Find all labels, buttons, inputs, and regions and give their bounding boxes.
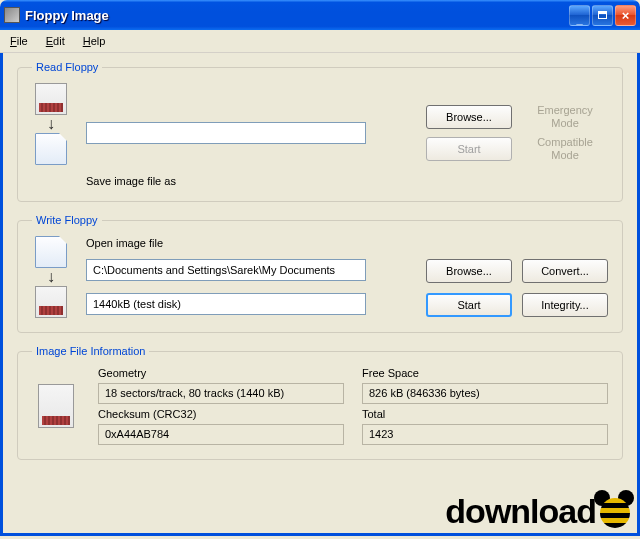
window-controls: _ × (569, 5, 636, 26)
write-floppy-group: Write Floppy ↓ Open image file C:\Docume… (17, 214, 623, 333)
menu-edit[interactable]: Edit (42, 34, 69, 48)
checksum-label: Checksum (CRC32) (98, 408, 344, 420)
menu-file[interactable]: File (6, 34, 32, 48)
save-image-label: Save image file as (86, 175, 608, 187)
document-floppy-icon (38, 384, 74, 428)
checksum-value: 0xA44AB784 (98, 424, 344, 445)
compatible-mode-label: Compatible Mode (522, 136, 608, 162)
write-browse-button[interactable]: Browse... (426, 259, 512, 283)
write-icon-column: ↓ (32, 236, 70, 318)
total-value: 1423 (362, 424, 608, 445)
minimize-button[interactable]: _ (569, 5, 590, 26)
image-info-group: Image File Information Geometry Free Spa… (17, 345, 623, 460)
titlebar: Floppy Image _ × (0, 0, 640, 30)
app-icon (4, 7, 20, 23)
geometry-value: 18 sectors/track, 80 tracks (1440 kB) (98, 383, 344, 404)
open-image-label: Open image file (86, 237, 608, 249)
read-floppy-group: Read Floppy ↓ Save image file as Browse.… (17, 61, 623, 202)
client-area: Read Floppy ↓ Save image file as Browse.… (0, 53, 640, 536)
read-start-button: Start (426, 137, 512, 161)
integrity-button[interactable]: Integrity... (522, 293, 608, 317)
file-icon (35, 133, 67, 165)
free-space-value: 826 kB (846336 bytes) (362, 383, 608, 404)
read-browse-button[interactable]: Browse... (426, 105, 512, 129)
total-label: Total (362, 408, 608, 420)
convert-button[interactable]: Convert... (522, 259, 608, 283)
menu-help[interactable]: Help (79, 34, 110, 48)
free-space-label: Free Space (362, 367, 608, 379)
write-start-button[interactable]: Start (426, 293, 512, 317)
arrow-down-icon: ↓ (47, 117, 55, 131)
arrow-down-icon: ↓ (47, 270, 55, 284)
info-icon-cell (32, 367, 80, 445)
read-icon-column: ↓ (32, 83, 70, 165)
emergency-mode-label: Emergency Mode (522, 104, 608, 130)
menubar: File Edit Help (0, 30, 640, 53)
file-icon (35, 236, 67, 268)
write-floppy-legend: Write Floppy (32, 214, 102, 226)
maximize-button[interactable] (592, 5, 613, 26)
geometry-label: Geometry (98, 367, 344, 379)
floppy-icon (35, 83, 67, 115)
save-image-input[interactable] (86, 122, 366, 144)
close-button[interactable]: × (615, 5, 636, 26)
disk-info-input[interactable]: 1440kB (test disk) (86, 293, 366, 315)
open-image-input[interactable]: C:\Documents and Settings\Sarek\My Docum… (86, 259, 366, 281)
window-title: Floppy Image (25, 8, 569, 23)
read-floppy-legend: Read Floppy (32, 61, 102, 73)
image-info-legend: Image File Information (32, 345, 149, 357)
floppy-icon (35, 286, 67, 318)
